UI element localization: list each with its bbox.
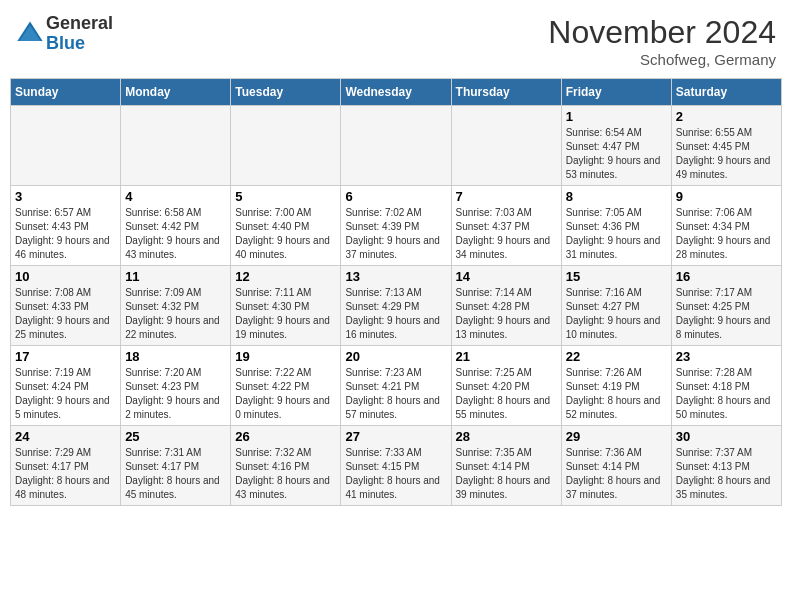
- day-info: Sunrise: 6:57 AMSunset: 4:43 PMDaylight:…: [15, 206, 116, 262]
- weekday-header-thursday: Thursday: [451, 79, 561, 106]
- day-info: Sunrise: 7:05 AMSunset: 4:36 PMDaylight:…: [566, 206, 667, 262]
- day-number: 21: [456, 349, 557, 364]
- day-number: 23: [676, 349, 777, 364]
- day-number: 7: [456, 189, 557, 204]
- day-info: Sunrise: 7:35 AMSunset: 4:14 PMDaylight:…: [456, 446, 557, 502]
- calendar-table: SundayMondayTuesdayWednesdayThursdayFrid…: [10, 78, 782, 506]
- calendar-cell: 19Sunrise: 7:22 AMSunset: 4:22 PMDayligh…: [231, 346, 341, 426]
- calendar-cell: [231, 106, 341, 186]
- calendar-cell: 3Sunrise: 6:57 AMSunset: 4:43 PMDaylight…: [11, 186, 121, 266]
- day-info: Sunrise: 7:03 AMSunset: 4:37 PMDaylight:…: [456, 206, 557, 262]
- day-number: 30: [676, 429, 777, 444]
- day-number: 14: [456, 269, 557, 284]
- day-info: Sunrise: 7:08 AMSunset: 4:33 PMDaylight:…: [15, 286, 116, 342]
- day-number: 16: [676, 269, 777, 284]
- calendar-cell: 6Sunrise: 7:02 AMSunset: 4:39 PMDaylight…: [341, 186, 451, 266]
- calendar-cell: 25Sunrise: 7:31 AMSunset: 4:17 PMDayligh…: [121, 426, 231, 506]
- day-number: 11: [125, 269, 226, 284]
- month-title: November 2024: [548, 14, 776, 51]
- calendar-cell: [451, 106, 561, 186]
- calendar-cell: [121, 106, 231, 186]
- calendar-cell: 26Sunrise: 7:32 AMSunset: 4:16 PMDayligh…: [231, 426, 341, 506]
- logo-general-text: General: [46, 14, 113, 34]
- day-number: 8: [566, 189, 667, 204]
- day-info: Sunrise: 7:11 AMSunset: 4:30 PMDaylight:…: [235, 286, 336, 342]
- day-number: 25: [125, 429, 226, 444]
- calendar-week-row: 3Sunrise: 6:57 AMSunset: 4:43 PMDaylight…: [11, 186, 782, 266]
- calendar-week-row: 24Sunrise: 7:29 AMSunset: 4:17 PMDayligh…: [11, 426, 782, 506]
- day-info: Sunrise: 6:58 AMSunset: 4:42 PMDaylight:…: [125, 206, 226, 262]
- calendar-cell: 30Sunrise: 7:37 AMSunset: 4:13 PMDayligh…: [671, 426, 781, 506]
- day-number: 19: [235, 349, 336, 364]
- calendar-cell: 7Sunrise: 7:03 AMSunset: 4:37 PMDaylight…: [451, 186, 561, 266]
- weekday-header-sunday: Sunday: [11, 79, 121, 106]
- day-info: Sunrise: 7:19 AMSunset: 4:24 PMDaylight:…: [15, 366, 116, 422]
- calendar-cell: 16Sunrise: 7:17 AMSunset: 4:25 PMDayligh…: [671, 266, 781, 346]
- day-number: 4: [125, 189, 226, 204]
- day-info: Sunrise: 7:36 AMSunset: 4:14 PMDaylight:…: [566, 446, 667, 502]
- calendar-cell: 11Sunrise: 7:09 AMSunset: 4:32 PMDayligh…: [121, 266, 231, 346]
- calendar-cell: 10Sunrise: 7:08 AMSunset: 4:33 PMDayligh…: [11, 266, 121, 346]
- day-info: Sunrise: 7:25 AMSunset: 4:20 PMDaylight:…: [456, 366, 557, 422]
- day-number: 18: [125, 349, 226, 364]
- day-number: 1: [566, 109, 667, 124]
- day-info: Sunrise: 6:55 AMSunset: 4:45 PMDaylight:…: [676, 126, 777, 182]
- calendar-cell: 2Sunrise: 6:55 AMSunset: 4:45 PMDaylight…: [671, 106, 781, 186]
- day-number: 17: [15, 349, 116, 364]
- calendar-cell: 27Sunrise: 7:33 AMSunset: 4:15 PMDayligh…: [341, 426, 451, 506]
- calendar-week-row: 1Sunrise: 6:54 AMSunset: 4:47 PMDaylight…: [11, 106, 782, 186]
- calendar-cell: 12Sunrise: 7:11 AMSunset: 4:30 PMDayligh…: [231, 266, 341, 346]
- day-info: Sunrise: 6:54 AMSunset: 4:47 PMDaylight:…: [566, 126, 667, 182]
- day-info: Sunrise: 7:06 AMSunset: 4:34 PMDaylight:…: [676, 206, 777, 262]
- weekday-header-wednesday: Wednesday: [341, 79, 451, 106]
- day-number: 10: [15, 269, 116, 284]
- calendar-cell: 21Sunrise: 7:25 AMSunset: 4:20 PMDayligh…: [451, 346, 561, 426]
- day-number: 26: [235, 429, 336, 444]
- weekday-header-monday: Monday: [121, 79, 231, 106]
- day-info: Sunrise: 7:23 AMSunset: 4:21 PMDaylight:…: [345, 366, 446, 422]
- calendar-cell: 4Sunrise: 6:58 AMSunset: 4:42 PMDaylight…: [121, 186, 231, 266]
- calendar-cell: 1Sunrise: 6:54 AMSunset: 4:47 PMDaylight…: [561, 106, 671, 186]
- day-number: 20: [345, 349, 446, 364]
- calendar-cell: 8Sunrise: 7:05 AMSunset: 4:36 PMDaylight…: [561, 186, 671, 266]
- day-info: Sunrise: 7:31 AMSunset: 4:17 PMDaylight:…: [125, 446, 226, 502]
- day-number: 24: [15, 429, 116, 444]
- day-info: Sunrise: 7:00 AMSunset: 4:40 PMDaylight:…: [235, 206, 336, 262]
- day-info: Sunrise: 7:32 AMSunset: 4:16 PMDaylight:…: [235, 446, 336, 502]
- weekday-header-tuesday: Tuesday: [231, 79, 341, 106]
- logo: General Blue: [16, 14, 113, 54]
- calendar-cell: 28Sunrise: 7:35 AMSunset: 4:14 PMDayligh…: [451, 426, 561, 506]
- day-info: Sunrise: 7:16 AMSunset: 4:27 PMDaylight:…: [566, 286, 667, 342]
- calendar-week-row: 17Sunrise: 7:19 AMSunset: 4:24 PMDayligh…: [11, 346, 782, 426]
- calendar-cell: 18Sunrise: 7:20 AMSunset: 4:23 PMDayligh…: [121, 346, 231, 426]
- day-info: Sunrise: 7:17 AMSunset: 4:25 PMDaylight:…: [676, 286, 777, 342]
- title-block: November 2024 Schofweg, Germany: [548, 14, 776, 68]
- calendar-cell: 24Sunrise: 7:29 AMSunset: 4:17 PMDayligh…: [11, 426, 121, 506]
- logo-icon: [16, 20, 44, 48]
- calendar-cell: [341, 106, 451, 186]
- logo-blue-text: Blue: [46, 34, 113, 54]
- day-info: Sunrise: 7:26 AMSunset: 4:19 PMDaylight:…: [566, 366, 667, 422]
- calendar-cell: [11, 106, 121, 186]
- day-number: 13: [345, 269, 446, 284]
- day-info: Sunrise: 7:22 AMSunset: 4:22 PMDaylight:…: [235, 366, 336, 422]
- calendar-cell: 9Sunrise: 7:06 AMSunset: 4:34 PMDaylight…: [671, 186, 781, 266]
- day-info: Sunrise: 7:33 AMSunset: 4:15 PMDaylight:…: [345, 446, 446, 502]
- day-info: Sunrise: 7:37 AMSunset: 4:13 PMDaylight:…: [676, 446, 777, 502]
- day-info: Sunrise: 7:29 AMSunset: 4:17 PMDaylight:…: [15, 446, 116, 502]
- day-info: Sunrise: 7:14 AMSunset: 4:28 PMDaylight:…: [456, 286, 557, 342]
- day-info: Sunrise: 7:09 AMSunset: 4:32 PMDaylight:…: [125, 286, 226, 342]
- weekday-header-friday: Friday: [561, 79, 671, 106]
- day-number: 27: [345, 429, 446, 444]
- calendar-week-row: 10Sunrise: 7:08 AMSunset: 4:33 PMDayligh…: [11, 266, 782, 346]
- weekday-header-saturday: Saturday: [671, 79, 781, 106]
- day-info: Sunrise: 7:02 AMSunset: 4:39 PMDaylight:…: [345, 206, 446, 262]
- calendar-cell: 29Sunrise: 7:36 AMSunset: 4:14 PMDayligh…: [561, 426, 671, 506]
- page-header: General Blue November 2024 Schofweg, Ger…: [10, 10, 782, 72]
- day-number: 3: [15, 189, 116, 204]
- calendar-cell: 14Sunrise: 7:14 AMSunset: 4:28 PMDayligh…: [451, 266, 561, 346]
- calendar-header-row: SundayMondayTuesdayWednesdayThursdayFrid…: [11, 79, 782, 106]
- day-number: 6: [345, 189, 446, 204]
- day-number: 29: [566, 429, 667, 444]
- calendar-cell: 5Sunrise: 7:00 AMSunset: 4:40 PMDaylight…: [231, 186, 341, 266]
